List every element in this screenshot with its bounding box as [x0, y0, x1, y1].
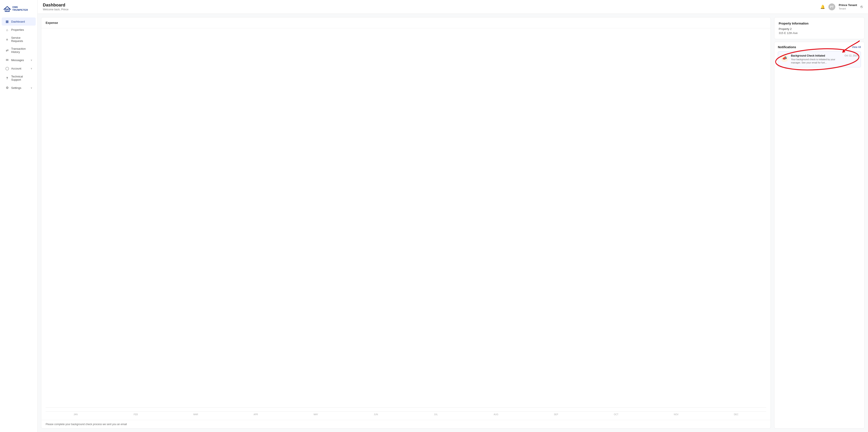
notification-title: Background Check Initiated: [791, 54, 842, 57]
month-label-oct: OCT: [586, 413, 646, 415]
sidebar-item-dashboard[interactable]: ▦ Dashboard: [2, 18, 36, 26]
right-panel: Property Information Property 2 315 E 12…: [774, 17, 865, 429]
expense-chart-area: JAN FEB MAR APR MAY JUN JUL AUG SEP OCT …: [41, 28, 771, 420]
page-header: Dashboard Welcome back, Prince 🔔 PT Prin…: [38, 0, 868, 14]
view-all-link[interactable]: View All: [852, 45, 861, 49]
transaction-history-icon: ⇄: [5, 49, 9, 52]
expense-chart-canvas: [45, 33, 766, 411]
settings-icon: ⚙: [5, 86, 9, 90]
user-info: Prince Tenant Tenant: [839, 3, 857, 10]
notification-item-container: 📣 Background Check Initiated Your backgr…: [778, 52, 861, 67]
header-right-area: 🔔 PT Prince Tenant Tenant ⎋: [820, 3, 863, 10]
sidebar-item-label: Properties: [11, 28, 24, 31]
month-label-jan: JAN: [45, 413, 106, 415]
logout-icon[interactable]: ⎋: [861, 4, 863, 9]
chevron-down-icon: ∨: [31, 67, 32, 70]
user-name: Prince Tenant: [839, 3, 857, 7]
notification-date: Oct 12, 2023: [844, 54, 858, 57]
chevron-down-icon: ∨: [31, 59, 32, 62]
sidebar-item-messages[interactable]: ✉ Messages ∨: [2, 56, 36, 64]
month-label-feb: FEB: [106, 413, 166, 415]
properties-icon: ⌂: [5, 28, 9, 32]
notification-content: Background Check Initiated Your backgrou…: [791, 54, 842, 65]
property-info-title: Property Information: [779, 22, 860, 25]
notifications-title: Notifications: [778, 45, 796, 49]
sidebar-nav: ▦ Dashboard ⌂ Properties ≡ Service Reque…: [0, 17, 37, 92]
month-label-aug: AUG: [466, 413, 526, 415]
expense-panel-header: Expense: [41, 18, 771, 28]
sidebar-item-label: Dashboard: [11, 20, 25, 23]
sidebar-item-label: Settings: [11, 86, 21, 90]
logo-icon: [3, 5, 11, 12]
main-content: Dashboard Welcome back, Prince 🔔 PT Prin…: [38, 0, 868, 432]
content-area: Expense JAN FEB MAR APR MAY JUN JUL: [38, 14, 868, 432]
notifications-header: Notifications View All: [778, 45, 861, 49]
messages-icon: ✉: [5, 58, 9, 62]
property-address: 315 E 12th Ave: [779, 31, 860, 35]
notification-item[interactable]: 📣 Background Check Initiated Your backgr…: [778, 52, 861, 67]
sidebar-item-label: Transaction History: [11, 47, 32, 54]
sidebar-item-account[interactable]: ◯ Account ∨: [2, 64, 36, 72]
account-icon: ◯: [5, 66, 9, 70]
sidebar-item-label: Service Requests: [11, 36, 32, 42]
technical-support-icon: ?: [5, 76, 9, 80]
chart-svg: [45, 33, 766, 411]
notification-icon-wrap: 📣: [781, 54, 788, 62]
sidebar: OME TRUMPETER ▦ Dashboard ⌂ Properties ≡…: [0, 0, 38, 432]
month-label-jun: JUN: [346, 413, 406, 415]
logo-text: OME TRUMPETER: [12, 6, 34, 11]
sidebar-item-transaction-history[interactable]: ⇄ Transaction History: [2, 45, 36, 56]
property-name: Property 2: [779, 27, 860, 31]
sidebar-item-label: Account: [11, 67, 21, 70]
month-label-dec: DEC: [706, 413, 766, 415]
avatar: PT: [829, 3, 835, 10]
service-requests-icon: ≡: [5, 38, 9, 41]
page-subtitle: Welcome back, Prince: [43, 8, 68, 11]
user-role: Tenant: [839, 7, 857, 10]
background-check-notice: Please complete your background check pr…: [41, 420, 771, 428]
month-label-apr: APR: [226, 413, 286, 415]
sidebar-item-technical-support[interactable]: ? Technical Support: [2, 73, 36, 84]
sidebar-item-label: Technical Support: [11, 75, 32, 81]
logo-area: OME TRUMPETER: [0, 3, 37, 17]
sidebar-item-service-requests[interactable]: ≡ Service Requests: [2, 34, 36, 45]
megaphone-icon: 📣: [782, 56, 787, 60]
dashboard-icon: ▦: [5, 20, 9, 24]
month-label-sep: SEP: [526, 413, 586, 415]
expense-chart-title: Expense: [45, 21, 58, 25]
month-label-may: MAY: [286, 413, 346, 415]
month-label-jul: JUL: [406, 413, 466, 415]
property-info-card: Property Information Property 2 315 E 12…: [774, 17, 865, 39]
notification-body: Your background check is initiated by yo…: [791, 58, 842, 65]
sidebar-item-properties[interactable]: ⌂ Properties: [2, 26, 36, 34]
sidebar-item-label: Messages: [11, 59, 24, 62]
chart-x-axis: JAN FEB MAR APR MAY JUN JUL AUG SEP OCT …: [45, 411, 766, 415]
notifications-card: Notifications View All 📣 Background Chec…: [774, 42, 865, 429]
sidebar-item-settings[interactable]: ⚙ Settings ∨: [2, 84, 36, 92]
month-label-nov: NOV: [646, 413, 706, 415]
page-title-area: Dashboard Welcome back, Prince: [43, 3, 68, 11]
svg-rect-0: [5, 9, 9, 11]
chevron-down-icon: ∨: [31, 87, 32, 89]
page-title: Dashboard: [43, 3, 68, 7]
expense-panel: Expense JAN FEB MAR APR MAY JUN JUL: [41, 17, 771, 429]
notifications-bell-icon[interactable]: 🔔: [820, 4, 825, 9]
month-label-mar: MAR: [166, 413, 226, 415]
